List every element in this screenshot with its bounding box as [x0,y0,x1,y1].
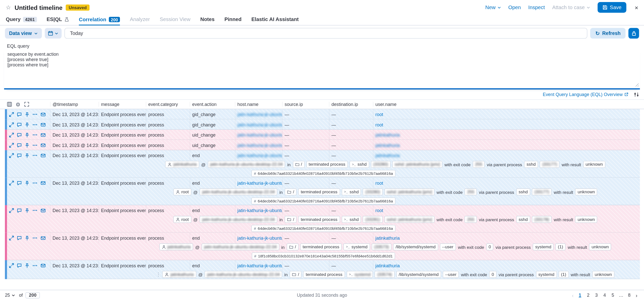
column-header-timestamp[interactable]: @timestamp [50,102,99,107]
more-actions-icon[interactable]: ⋯ [32,263,38,268]
renderer-badge[interactable]: root [173,216,191,223]
more-actions-icon[interactable]: ⋯ [32,180,38,185]
date-range-input[interactable]: Today [65,28,587,39]
rows-per-page-button[interactable]: 25 [5,293,15,297]
host-name-cell[interactable]: jatin-kathuria-jk-ubuntu-d [235,150,282,160]
more-actions-icon[interactable]: ⋯ [32,153,38,158]
renderer-badge[interactable]: sshd: jatinkathuria [priv] [384,216,434,223]
column-header-host-name[interactable]: host.name [235,102,282,107]
renderer-badge[interactable]: sshd [516,189,530,196]
renderer-badge[interactable]: 255 [465,216,477,223]
analyze-event-icon[interactable] [41,153,45,158]
renderer-badge[interactable]: --user [443,271,459,278]
renderer-badge[interactable]: sshd [516,216,530,223]
user-name-cell[interactable]: root [373,205,640,215]
renderer-badge[interactable]: (1) [556,243,566,251]
renderer-badge[interactable]: jatin-kathuria-jk-ubuntu-desktop-22.04 [200,216,277,223]
refresh-button[interactable]: ↻ Refresh [590,28,625,39]
analyze-event-icon[interactable] [41,122,45,127]
renderer-badge[interactable]: >_sshd [342,189,361,196]
renderer-badge[interactable]: --user [440,243,456,251]
more-actions-icon[interactable]: ⋯ [32,235,38,240]
host-name-cell[interactable]: jatin-kathuria-jk-ubuntu-d [235,119,282,129]
renderer-badge[interactable]: sshd: jatinkathuria [priv] [392,161,442,168]
user-name-cell[interactable]: jatinkathuria [373,233,640,243]
tab-es-ql[interactable]: ES|QL [47,15,69,25]
add-note-icon[interactable] [17,263,22,268]
process-hash-badge[interactable]: #64decb69c7aa63321b440fe028716a40910bf45… [252,225,396,232]
add-note-icon[interactable] [17,153,22,158]
user-name-cell[interactable]: jatinkathuria [373,130,640,140]
add-note-icon[interactable] [17,180,22,185]
add-note-icon[interactable] [17,132,22,137]
timeline-title[interactable]: Untitled timeline [15,4,63,11]
analyze-event-icon[interactable] [41,263,45,268]
renderer-badge[interactable]: 255 [465,189,477,196]
renderer-badge[interactable]: systemd [533,243,554,251]
renderer-badge[interactable]: unknown [575,189,598,196]
renderer-badge[interactable]: / [285,216,297,223]
add-note-icon[interactable] [17,235,22,240]
renderer-badge[interactable]: (33280) [371,161,390,168]
host-name-cell[interactable]: jatin-kathuria-jk-ubuntu-d [235,140,282,150]
data-view-button[interactable]: Data view [5,28,42,39]
analyze-event-icon[interactable] [41,235,45,240]
pin-event-icon[interactable] [25,263,29,268]
renderer-badge[interactable]: 255 [473,161,485,168]
renderer-badge[interactable]: terminated process [303,271,345,278]
column-header-event-action[interactable]: event.action [190,102,235,107]
page-button-2[interactable]: 2 [585,292,592,298]
renderer-badge[interactable]: sshd: jatinkathuria [priv] [384,189,434,196]
renderer-badge[interactable]: /lib/systemd/systemd [393,243,438,251]
save-button[interactable]: Save [598,2,627,13]
host-name-cell[interactable]: jatin-kathuria-jk-ubuntu-... [235,233,282,243]
add-note-icon[interactable] [17,143,22,147]
fullscreen-icon[interactable] [24,102,29,107]
renderer-badge[interactable]: sshd [524,161,538,168]
column-header-event-category[interactable]: event.category [146,102,190,107]
eql-overview-link[interactable]: Event Query Language (EQL) Overview [543,92,629,97]
renderer-badge[interactable]: (33574) [375,271,395,278]
expand-event-icon[interactable] [9,122,14,127]
user-name-cell[interactable]: root [373,178,640,188]
expand-event-icon[interactable] [9,208,14,213]
host-name-cell[interactable]: jatin-kathuria-jk-ubuntu-d [235,130,282,140]
inspect-button[interactable]: Inspect [528,5,545,10]
column-header-destination-ip[interactable]: destination.ip [329,102,373,107]
expand-event-icon[interactable] [9,132,14,137]
renderer-badge[interactable]: jatin-kathuria-jk-ubuntu-desktop-22.04 [200,189,277,196]
renderer-badge[interactable]: unknown [589,243,612,251]
renderer-badge[interactable]: jatin-kathuria-jk-ubuntu-desktop-22.04 [205,271,282,278]
page-button-3[interactable]: 3 [593,292,600,298]
drag-handle-icon[interactable]: ⋮ [156,272,161,277]
renderer-badge[interactable]: / [290,271,302,278]
expand-event-icon[interactable] [9,235,14,240]
pin-event-icon[interactable] [25,180,29,185]
renderer-badge[interactable]: jatinkathuria [165,161,199,168]
renderer-badge[interactable]: (33573) [372,243,391,251]
user-name-cell[interactable]: root [373,119,640,129]
renderer-badge[interactable]: unknown [583,161,605,168]
renderer-badge[interactable]: / [285,189,297,196]
renderer-badge[interactable]: jatin-kathuria-jk-ubuntu-desktop-22.04 [202,243,279,251]
eql-query-input[interactable]: sequence by event.action [process where … [4,50,640,89]
page-button-1[interactable]: 1 [577,292,584,298]
column-header-source-ip[interactable]: source.ip [282,102,329,107]
analyze-event-icon[interactable] [41,208,45,213]
expand-event-icon[interactable] [9,180,14,185]
process-hash-badge[interactable]: #64decb69c7aa63321b440fe028716a40910bf45… [252,197,396,204]
tab-correlation[interactable]: Correlation200 [79,15,120,25]
tab-notes[interactable]: Notes [200,15,214,25]
process-hash-badge[interactable]: #18f1c858bc03cb310132e870e181e43a04c5815… [252,252,395,259]
expand-event-icon[interactable] [9,112,14,117]
renderer-badge[interactable]: unknown [575,216,598,223]
tab-query[interactable]: Query4261 [6,15,37,25]
process-hash-badge[interactable]: #64decb69c7aa63321b440fe028716a40910bf45… [252,170,396,177]
host-name-cell[interactable]: jatin-kathuria-jk-ubuntu-... [235,178,282,188]
renderer-badge[interactable]: (33281) [363,216,383,223]
more-actions-icon[interactable]: ⋯ [32,122,38,127]
expand-event-icon[interactable] [9,263,14,268]
pin-event-icon[interactable] [25,208,29,213]
user-name-cell[interactable]: jatinkathuria [373,140,640,150]
close-timeline-icon[interactable]: × [635,4,638,10]
